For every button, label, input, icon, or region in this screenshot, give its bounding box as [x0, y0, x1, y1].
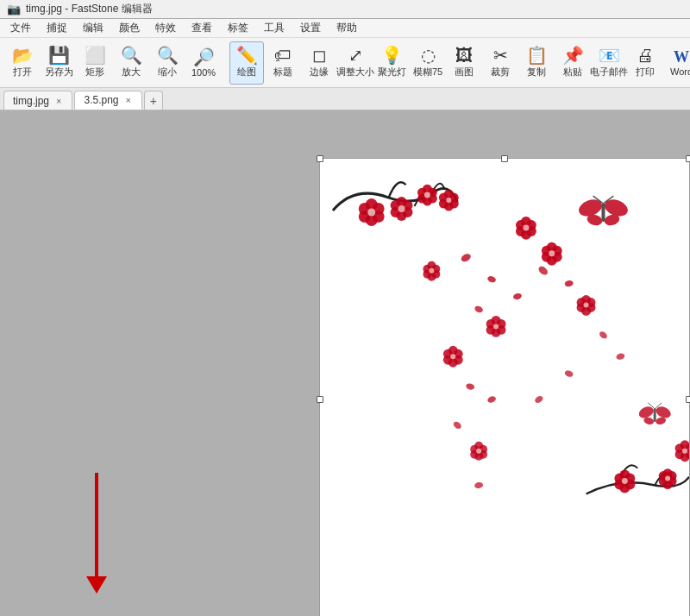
- toolbar-btn-paste[interactable]: 📌粘贴: [555, 41, 590, 85]
- toolbar-btn-canvas[interactable]: 🖼画图: [447, 41, 481, 85]
- toolbar-btn-blur[interactable]: ◌模糊75: [411, 41, 445, 85]
- svg-point-6: [398, 205, 405, 212]
- label-label: 标题: [273, 66, 292, 79]
- menu-item-帮助[interactable]: 帮助: [329, 19, 364, 37]
- toolbar-btn-rect[interactable]: ⬜矩形: [78, 41, 112, 85]
- svg-point-68: [450, 354, 455, 359]
- save-as-icon: 💾: [48, 47, 70, 64]
- toolbar-btn-edge[interactable]: ◻边缘: [302, 41, 336, 85]
- canvas-area: [0, 110, 690, 616]
- title-bar: 📷 timg.jpg - FastStone 编辑器: [0, 0, 690, 19]
- svg-point-93: [665, 476, 670, 481]
- rect-label: 矩形: [85, 66, 104, 79]
- menu-item-编辑[interactable]: 编辑: [76, 19, 110, 37]
- svg-point-20: [446, 198, 451, 203]
- svg-point-121: [584, 303, 589, 308]
- svg-point-45: [537, 265, 549, 277]
- print-icon: 🖨: [637, 47, 654, 64]
- toolbar-btn-spotlight[interactable]: 💡聚光灯: [374, 41, 409, 85]
- open-label: 打开: [13, 66, 32, 79]
- menu-item-文件[interactable]: 文件: [3, 19, 38, 37]
- email-label: 电子邮件: [590, 66, 628, 79]
- crop-label: 裁剪: [491, 66, 510, 79]
- app-icon-small: 📷: [7, 3, 21, 16]
- svg-point-100: [682, 449, 687, 454]
- rect-icon: ⬜: [85, 47, 106, 64]
- svg-point-125: [534, 394, 544, 404]
- crop-icon: ✂: [493, 47, 508, 64]
- toolbar-btn-resize[interactable]: ⤢调整大小: [338, 41, 373, 85]
- word-label: Word: [670, 66, 690, 77]
- toolbar-btn-open[interactable]: 📂打开: [5, 41, 40, 85]
- tab-add-button[interactable]: +: [144, 91, 163, 110]
- toolbar-btn-save-as[interactable]: 💾另存为: [41, 41, 76, 85]
- menu-item-工具[interactable]: 工具: [257, 19, 292, 37]
- toolbar-btn-word[interactable]: WWord: [664, 41, 690, 85]
- svg-point-124: [564, 369, 574, 378]
- tab-tab1[interactable]: timg.jpg×: [3, 91, 72, 110]
- toolbar-btn-label[interactable]: 🏷标题: [266, 41, 300, 85]
- toolbar-btn-copy[interactable]: 📋复制: [519, 41, 554, 85]
- svg-point-70: [486, 395, 497, 404]
- paste-label: 粘贴: [563, 66, 582, 79]
- blur-icon: ◌: [421, 47, 436, 64]
- edge-icon: ◻: [312, 47, 327, 64]
- svg-point-114: [523, 224, 529, 230]
- canvas-label: 画图: [455, 66, 474, 79]
- menu-item-标签[interactable]: 标签: [221, 19, 255, 37]
- print-label: 打印: [636, 66, 655, 79]
- menu-item-特效[interactable]: 特效: [148, 19, 183, 37]
- menu-item-捕捉[interactable]: 捕捉: [40, 19, 74, 37]
- zoom-in-icon: 🔍: [121, 47, 142, 64]
- svg-point-46: [564, 280, 574, 287]
- image-canvas: [319, 158, 690, 616]
- svg-rect-32: [601, 203, 605, 222]
- menu-item-颜色[interactable]: 颜色: [112, 19, 147, 37]
- toolbar: 📂打开💾另存为⬜矩形🔍放大🔍缩小🔎100%✏️绘图🏷标题◻边缘⤢调整大小💡聚光灯…: [0, 38, 690, 88]
- tab-close-tab1[interactable]: ×: [54, 96, 63, 106]
- svg-point-69: [465, 382, 474, 390]
- open-icon: 📂: [12, 47, 34, 64]
- label-icon: 🏷: [274, 47, 292, 64]
- blur-label: 模糊75: [413, 66, 442, 79]
- zoom-pct-icon: 🔎: [193, 48, 215, 66]
- toolbar-btn-email[interactable]: 📧电子邮件: [592, 41, 626, 85]
- toolbar-btn-zoom-in[interactable]: 🔍放大: [114, 41, 148, 85]
- svg-point-43: [486, 275, 497, 284]
- paste-icon: 📌: [562, 47, 584, 64]
- svg-rect-105: [654, 408, 656, 422]
- zoom-pct-label: 100%: [191, 67, 216, 78]
- copy-icon: 📋: [526, 47, 548, 64]
- svg-point-47: [474, 305, 484, 314]
- svg-point-42: [460, 252, 472, 263]
- svg-point-44: [512, 292, 522, 300]
- toolbar-btn-print[interactable]: 🖨打印: [628, 41, 662, 85]
- menu-item-设置[interactable]: 设置: [293, 19, 328, 37]
- email-icon: 📧: [599, 47, 620, 64]
- word-icon: W: [674, 49, 689, 65]
- cherry-blossom-image: [320, 159, 689, 616]
- menu-item-查看[interactable]: 查看: [185, 19, 219, 37]
- save-as-label: 另存为: [45, 66, 73, 79]
- toolbar-btn-zoom-out[interactable]: 🔍缩小: [150, 41, 185, 85]
- resize-label: 调整大小: [336, 66, 374, 79]
- toolbar-btn-crop[interactable]: ✂裁剪: [483, 41, 518, 85]
- arrow-indicator: [86, 473, 107, 594]
- draw-label: 绘图: [237, 66, 256, 79]
- svg-point-54: [549, 250, 555, 256]
- zoom-out-icon: 🔍: [157, 47, 179, 64]
- tab-close-tab2[interactable]: ×: [124, 95, 133, 105]
- toolbar-btn-zoom-pct[interactable]: 🔎100%: [186, 41, 221, 85]
- tab-tab2[interactable]: 3.5.png×: [74, 91, 141, 110]
- zoom-out-label: 缩小: [158, 66, 177, 79]
- copy-label: 复制: [527, 66, 546, 79]
- tab-bar: timg.jpg×3.5.png×+: [0, 88, 690, 110]
- draw-icon: ✏️: [236, 47, 258, 64]
- canvas-icon: 🖼: [455, 47, 473, 64]
- svg-point-78: [476, 449, 481, 454]
- spotlight-label: 聚光灯: [378, 66, 406, 79]
- svg-point-79: [474, 481, 484, 489]
- tab-label-tab1: timg.jpg: [13, 95, 49, 107]
- zoom-in-label: 放大: [122, 66, 141, 79]
- toolbar-btn-draw[interactable]: ✏️绘图: [229, 41, 264, 85]
